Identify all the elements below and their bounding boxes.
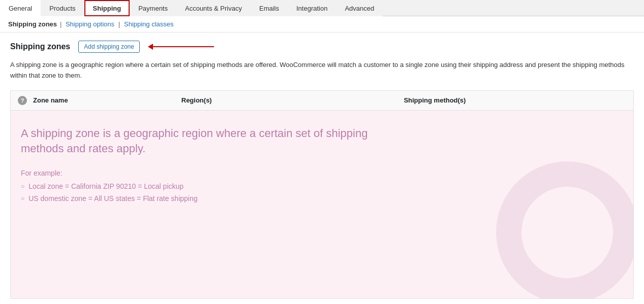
tab-accounts-privacy[interactable]: Accounts & Privacy (176, 0, 251, 16)
section-title: Shipping zones (10, 42, 70, 51)
shipping-zones-table: ? Zone name Region(s) Shipping method(s)… (10, 90, 634, 299)
tab-shipping[interactable]: Shipping (84, 0, 130, 16)
subnav-link-shipping-options[interactable]: Shipping options (66, 20, 114, 28)
empty-state: A shipping zone is a geographic region w… (21, 126, 623, 288)
help-col: ? (18, 96, 33, 105)
arrow-annotation (148, 41, 219, 53)
subnav-sep-2: | (118, 20, 120, 28)
subnav-link-shipping-classes[interactable]: Shipping classes (124, 20, 174, 28)
sub-nav: Shipping zones | Shipping options | Ship… (0, 16, 644, 32)
arrow-icon (148, 41, 219, 53)
subnav-sep-1: | (60, 20, 62, 28)
example-item-1: Local zone = California ZIP 90210 = Loca… (21, 182, 623, 190)
tab-advanced[interactable]: Advanced (336, 0, 383, 16)
col-regions: Region(s) (181, 96, 404, 104)
col-zone-name: Zone name (33, 96, 181, 104)
example-item-2: US domestic zone = All US states = Flat … (21, 194, 623, 202)
tab-payments[interactable]: Payments (130, 0, 176, 16)
empty-state-heading: A shipping zone is a geographic region w… (21, 126, 377, 157)
col-shipping-methods: Shipping method(s) (404, 96, 626, 104)
description-text: A shipping zone is a geographic region w… (10, 60, 634, 81)
example-list: Local zone = California ZIP 90210 = Loca… (21, 182, 623, 202)
table-header: ? Zone name Region(s) Shipping method(s) (11, 91, 633, 111)
table-body-empty: A shipping zone is a geographic region w… (11, 111, 633, 298)
top-nav: General Products Shipping Payments Accou… (0, 0, 644, 16)
example-label: For example: (21, 169, 623, 177)
tab-emails[interactable]: Emails (251, 0, 288, 16)
tab-general[interactable]: General (0, 0, 41, 16)
tab-integration[interactable]: Integration (288, 0, 336, 16)
section-header: Shipping zones Add shipping zone (10, 41, 634, 53)
svg-marker-1 (148, 44, 153, 50)
add-shipping-zone-button[interactable]: Add shipping zone (78, 41, 140, 53)
help-icon[interactable]: ? (18, 96, 27, 105)
tab-products[interactable]: Products (41, 0, 84, 16)
subnav-current: Shipping zones (8, 20, 57, 28)
main-content: Shipping zones Add shipping zone A shipp… (0, 32, 644, 304)
